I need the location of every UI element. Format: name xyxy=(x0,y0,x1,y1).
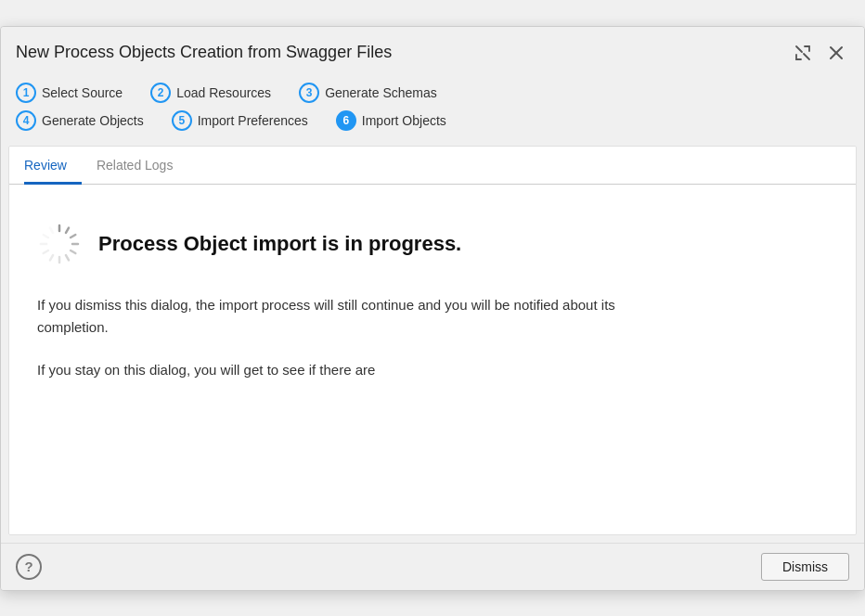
help-label: ? xyxy=(24,558,32,574)
help-button[interactable]: ? xyxy=(16,554,42,580)
step-1: 1 Select Source xyxy=(16,83,123,103)
step-4-label: Generate Objects xyxy=(42,113,144,128)
step-3: 3 Generate Schemas xyxy=(299,83,437,103)
step-6-label: Import Objects xyxy=(362,113,446,128)
step-1-num: 1 xyxy=(16,83,36,103)
title-bar: New Process Objects Creation from Swagge… xyxy=(1,27,864,73)
expand-icon xyxy=(794,45,811,61)
dialog-title: New Process Objects Creation from Swagge… xyxy=(16,43,392,62)
step-5-num: 5 xyxy=(172,110,192,131)
svg-line-9 xyxy=(50,255,53,260)
progress-title: Process Object import is in progress. xyxy=(98,232,461,256)
footer: ? Dismiss xyxy=(1,543,864,590)
steps-row-2: 4 Generate Objects 5 Import Preferences … xyxy=(16,110,849,131)
tabs: Review Related Logs xyxy=(9,147,856,185)
spinner-icon xyxy=(37,222,82,266)
step-2-label: Load Resources xyxy=(176,85,271,100)
svg-line-3 xyxy=(66,227,69,232)
content-area: Review Related Logs xyxy=(8,146,857,535)
tab-content: Process Object import is in progress. If… xyxy=(9,185,856,430)
svg-line-6 xyxy=(71,250,75,253)
dismiss-label: Dismiss xyxy=(782,559,828,574)
expand-button[interactable] xyxy=(790,40,816,66)
svg-line-13 xyxy=(50,227,53,232)
step-4-num: 4 xyxy=(16,110,36,131)
tab-related-logs[interactable]: Related Logs xyxy=(97,147,188,185)
svg-line-7 xyxy=(66,255,69,260)
steps-area: 1 Select Source 2 Load Resources 3 Gener… xyxy=(1,73,864,146)
step-3-num: 3 xyxy=(299,83,319,103)
dismiss-button[interactable]: Dismiss xyxy=(761,553,849,581)
step-3-label: Generate Schemas xyxy=(325,85,437,100)
step-2-num: 2 xyxy=(150,83,171,103)
step-6-num: 6 xyxy=(336,110,356,131)
svg-line-12 xyxy=(44,235,48,237)
step-5-label: Import Preferences xyxy=(198,113,308,128)
step-4: 4 Generate Objects xyxy=(16,110,144,131)
svg-line-4 xyxy=(71,235,75,237)
step-1-label: Select Source xyxy=(42,85,123,100)
title-actions xyxy=(790,40,849,66)
steps-row-1: 1 Select Source 2 Load Resources 3 Gener… xyxy=(16,83,849,103)
close-icon xyxy=(829,45,844,60)
message-2: If you stay on this dialog, you will get… xyxy=(37,359,668,381)
message-1: If you dismiss this dialog, the import p… xyxy=(37,294,668,339)
step-2: 2 Load Resources xyxy=(150,83,271,103)
step-5: 5 Import Preferences xyxy=(172,110,308,131)
spinner xyxy=(37,222,82,266)
svg-line-10 xyxy=(44,250,48,253)
progress-section: Process Object import is in progress. xyxy=(37,222,828,266)
dialog: New Process Objects Creation from Swagge… xyxy=(0,26,865,591)
close-button[interactable] xyxy=(823,40,849,66)
step-6: 6 Import Objects xyxy=(336,110,446,131)
tab-review[interactable]: Review xyxy=(24,147,82,185)
